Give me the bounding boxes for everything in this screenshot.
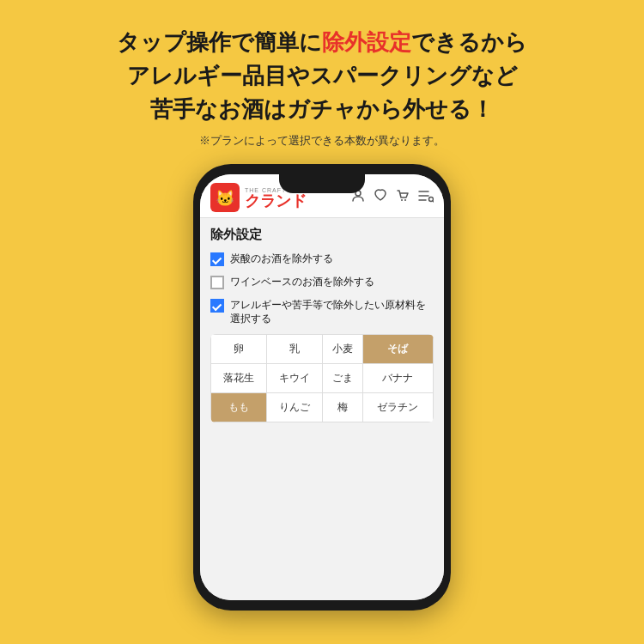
grid-cell-1-3[interactable]: バナナ	[362, 364, 433, 393]
app-content: 除外設定 炭酸のお酒を除外する ワインベースのお酒を除外する アレルギーや苦手等…	[200, 218, 444, 600]
headline-line3: 苦手なお酒はガチャから外せる！	[117, 93, 527, 126]
grid-cell-2-0[interactable]: もも	[211, 393, 267, 422]
grid-cell-2-2[interactable]: 梅	[322, 393, 362, 422]
headline: タップ操作で簡単に除外設定できるから アレルギー品目やスパークリングなど 苦手な…	[117, 26, 527, 126]
checkbox-row-2[interactable]: ワインベースのお酒を除外する	[210, 275, 434, 289]
sub-note: ※プランによって選択できる本数が異なります。	[199, 133, 445, 149]
grid-cell-1-0[interactable]: 落花生	[211, 364, 267, 393]
headline-before: タップ操作で簡単に	[117, 29, 322, 55]
phone-shell: 🐱 THE CRAFT DRINK クランド	[193, 164, 451, 611]
grid-cell-2-1[interactable]: りんご	[266, 393, 322, 422]
checkbox-3[interactable]	[210, 299, 224, 313]
grid-cell-0-3[interactable]: そば	[362, 335, 433, 364]
heart-icon[interactable]	[374, 189, 387, 206]
grid-cell-1-1[interactable]: キウイ	[266, 364, 322, 393]
checkbox-row-1[interactable]: 炭酸のお酒を除外する	[210, 252, 434, 266]
grid-cell-2-3[interactable]: ゼラチン	[362, 393, 433, 422]
checkbox-row-3[interactable]: アレルギーや苦手等で除外したい原材料を選択する	[210, 298, 434, 325]
section-title: 除外設定	[210, 227, 434, 243]
phone-notch	[279, 174, 365, 193]
checkbox-label-3: アレルギーや苦手等で除外したい原材料を選択する	[230, 298, 434, 325]
grid-cell-1-2[interactable]: ごま	[322, 364, 362, 393]
svg-text:🐱: 🐱	[216, 189, 235, 208]
menu-search-icon[interactable]	[418, 189, 434, 206]
grid-cell-0-0[interactable]: 卵	[211, 335, 267, 364]
svg-line-9	[433, 201, 434, 203]
cart-icon[interactable]	[396, 189, 410, 206]
svg-point-3	[401, 199, 403, 201]
grid-row-0: 卵 乳 小麦 そば	[211, 335, 434, 364]
grid-cell-0-2[interactable]: 小麦	[322, 335, 362, 364]
checkbox-2[interactable]	[210, 276, 224, 289]
header-icons	[351, 189, 434, 206]
svg-point-4	[404, 199, 406, 201]
checkbox-label-2: ワインベースのお酒を除外する	[230, 275, 374, 289]
headline-accent: 除外設定	[322, 29, 411, 55]
page-wrapper: タップ操作で簡単に除外設定できるから アレルギー品目やスパークリングなど 苦手な…	[0, 0, 644, 644]
grid-row-1: 落花生 キウイ ごま バナナ	[211, 364, 434, 393]
checkbox-label-1: 炭酸のお酒を除外する	[230, 252, 333, 265]
headline-after: できるから	[411, 29, 527, 55]
headline-line1: タップ操作で簡単に除外設定できるから	[117, 26, 527, 59]
checkbox-1[interactable]	[210, 252, 224, 266]
headline-line2: アレルギー品目やスパークリングなど	[117, 59, 527, 93]
phone-screen: 🐱 THE CRAFT DRINK クランド	[200, 174, 444, 600]
grid-row-2: もも りんご 梅 ゼラチン	[211, 393, 434, 422]
logo-brand: クランド	[245, 193, 312, 209]
allergen-grid: 卵 乳 小麦 そば 落花生 キウイ ごま バナナ もも	[210, 334, 434, 422]
grid-cell-0-1[interactable]: 乳	[266, 335, 322, 364]
logo-cat-icon: 🐱	[210, 183, 240, 212]
